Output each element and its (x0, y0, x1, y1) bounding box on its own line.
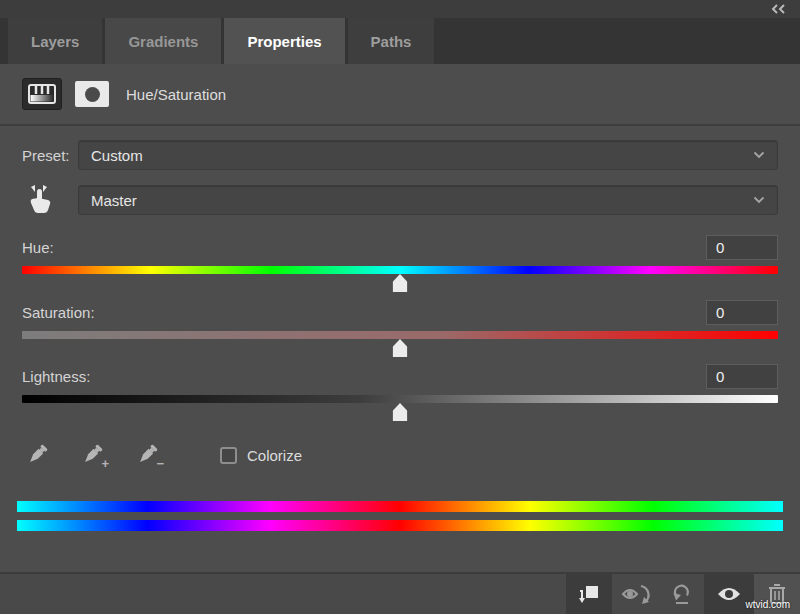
reset-adjustment-button[interactable] (660, 574, 704, 614)
add-to-sample-eyedropper-button[interactable]: + (77, 438, 107, 472)
view-previous-state-icon (621, 583, 651, 605)
chevron-down-icon (753, 196, 765, 204)
minus-modifier: − (156, 456, 164, 471)
panel-tab-bar: Layers Gradients Properties Paths (0, 18, 800, 64)
hue-slider-thumb[interactable] (393, 274, 408, 292)
delete-adjustment-trash-icon (766, 582, 788, 606)
channel-dropdown[interactable]: Master (78, 185, 778, 215)
lightness-track[interactable] (22, 395, 778, 403)
targeted-adjustment-tool-button[interactable] (22, 183, 78, 217)
saturation-label: Saturation: (22, 304, 95, 321)
saturation-value-input[interactable] (706, 300, 778, 325)
lightness-label: Lightness: (22, 368, 90, 385)
subtract-from-sample-eyedropper-button[interactable]: − (132, 438, 162, 472)
lightness-slider-group: Lightness: (22, 363, 778, 422)
eyedropper-button[interactable] (22, 438, 52, 472)
targeted-adjustment-tool-icon (22, 183, 56, 217)
output-hue-spectrum-bar (17, 520, 783, 531)
hue-spectrum-bars (17, 501, 783, 531)
colorize-checkbox[interactable] (220, 447, 237, 464)
collapse-panel-icon[interactable] (770, 3, 788, 15)
clip-to-layer-button[interactable] (566, 574, 612, 614)
hue-track[interactable] (22, 266, 778, 274)
preset-value: Custom (91, 147, 753, 164)
preset-dropdown[interactable]: Custom (78, 140, 778, 170)
plus-modifier: + (101, 456, 109, 471)
hue-saturation-panel: Preset: Custom Master Hue: (0, 126, 800, 572)
layer-mask-icon[interactable] (75, 81, 109, 107)
reset-adjustment-icon (670, 582, 694, 606)
preset-label: Preset: (22, 147, 78, 164)
properties-header: Hue/Saturation (0, 64, 800, 124)
toggle-visibility-button[interactable] (704, 574, 754, 614)
toggle-visibility-eye-icon (716, 585, 742, 603)
input-hue-spectrum-bar (17, 501, 783, 512)
mask-circle (85, 87, 100, 102)
colorize-label: Colorize (247, 447, 302, 464)
tab-gradients[interactable]: Gradients (105, 18, 221, 64)
hue-slider-group: Hue: (22, 234, 778, 293)
channel-value: Master (91, 192, 753, 209)
panel-title-strip (0, 0, 800, 18)
view-previous-state-button[interactable] (612, 574, 660, 614)
saturation-slider-group: Saturation: (22, 299, 778, 358)
eyedropper-icon (24, 442, 50, 468)
saturation-track[interactable] (22, 331, 778, 339)
eyedropper-row: + − Colorize (22, 438, 778, 472)
tab-paths[interactable]: Paths (348, 18, 435, 64)
delete-adjustment-button[interactable] (754, 574, 800, 614)
properties-footer-bar (0, 572, 800, 614)
lightness-value-input[interactable] (706, 364, 778, 389)
adjustment-title: Hue/Saturation (126, 86, 226, 103)
chevron-down-icon (753, 151, 765, 159)
hue-value-input[interactable] (706, 235, 778, 260)
tab-layers[interactable]: Layers (8, 18, 102, 64)
saturation-slider-thumb[interactable] (393, 339, 408, 357)
hue-label: Hue: (22, 239, 54, 256)
tab-properties[interactable]: Properties (224, 18, 344, 64)
clip-to-layer-icon (577, 582, 601, 606)
lightness-slider-thumb[interactable] (393, 403, 408, 421)
hue-saturation-adjustment-icon[interactable] (22, 78, 62, 110)
